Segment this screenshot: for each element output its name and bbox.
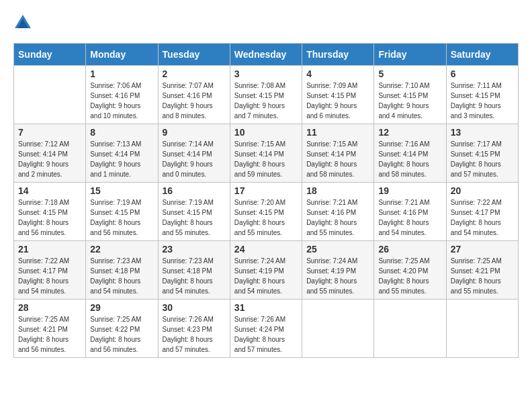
calendar-cell: 21Sunrise: 7:22 AMSunset: 4:17 PMDayligh… xyxy=(14,241,86,300)
day-info: Sunrise: 7:12 AMSunset: 4:14 PMDaylight:… xyxy=(18,139,81,179)
day-info: Sunrise: 7:10 AMSunset: 4:15 PMDaylight:… xyxy=(378,81,441,121)
day-number: 23 xyxy=(163,244,226,255)
page-header xyxy=(13,13,519,32)
day-info: Sunrise: 7:15 AMSunset: 4:14 PMDaylight:… xyxy=(306,139,369,179)
day-number: 20 xyxy=(451,185,514,196)
logo-icon xyxy=(13,13,32,32)
calendar-cell xyxy=(302,300,374,358)
day-number: 3 xyxy=(234,68,298,79)
calendar-cell: 10Sunrise: 7:15 AMSunset: 4:14 PMDayligh… xyxy=(230,124,302,183)
column-header-sunday: Sunday xyxy=(14,44,86,66)
day-number: 22 xyxy=(90,244,153,255)
day-info: Sunrise: 7:26 AMSunset: 4:23 PMDaylight:… xyxy=(163,314,226,355)
day-info: Sunrise: 7:06 AMSunset: 4:16 PMDaylight:… xyxy=(90,81,153,121)
calendar-week-row: 1Sunrise: 7:06 AMSunset: 4:16 PMDaylight… xyxy=(14,66,519,124)
day-info: Sunrise: 7:21 AMSunset: 4:16 PMDaylight:… xyxy=(378,197,441,238)
day-info: Sunrise: 7:23 AMSunset: 4:18 PMDaylight:… xyxy=(163,256,226,296)
day-number: 8 xyxy=(90,127,153,138)
day-info: Sunrise: 7:17 AMSunset: 4:15 PMDaylight:… xyxy=(451,139,514,179)
day-number: 31 xyxy=(234,302,298,313)
day-info: Sunrise: 7:25 AMSunset: 4:20 PMDaylight:… xyxy=(378,256,441,296)
calendar-cell: 24Sunrise: 7:24 AMSunset: 4:19 PMDayligh… xyxy=(230,241,302,300)
day-number: 15 xyxy=(90,185,153,196)
day-info: Sunrise: 7:18 AMSunset: 4:15 PMDaylight:… xyxy=(18,197,81,238)
calendar-header-row: SundayMondayTuesdayWednesdayThursdayFrid… xyxy=(14,44,519,66)
day-number: 5 xyxy=(378,68,441,79)
day-info: Sunrise: 7:24 AMSunset: 4:19 PMDaylight:… xyxy=(306,256,369,296)
day-number: 17 xyxy=(234,185,298,196)
calendar-cell: 29Sunrise: 7:25 AMSunset: 4:22 PMDayligh… xyxy=(86,300,158,358)
day-info: Sunrise: 7:08 AMSunset: 4:15 PMDaylight:… xyxy=(234,81,298,121)
calendar-cell: 2Sunrise: 7:07 AMSunset: 4:16 PMDaylight… xyxy=(158,66,230,124)
day-number: 19 xyxy=(378,185,441,196)
calendar-cell: 17Sunrise: 7:20 AMSunset: 4:15 PMDayligh… xyxy=(230,183,302,241)
day-info: Sunrise: 7:26 AMSunset: 4:24 PMDaylight:… xyxy=(234,314,298,355)
day-info: Sunrise: 7:25 AMSunset: 4:22 PMDaylight:… xyxy=(90,314,153,355)
calendar-week-row: 21Sunrise: 7:22 AMSunset: 4:17 PMDayligh… xyxy=(14,241,519,300)
day-number: 1 xyxy=(90,68,153,79)
calendar-cell: 23Sunrise: 7:23 AMSunset: 4:18 PMDayligh… xyxy=(158,241,230,300)
calendar-cell: 12Sunrise: 7:16 AMSunset: 4:14 PMDayligh… xyxy=(374,124,446,183)
column-header-tuesday: Tuesday xyxy=(158,44,230,66)
calendar-cell: 1Sunrise: 7:06 AMSunset: 4:16 PMDaylight… xyxy=(86,66,158,124)
day-info: Sunrise: 7:22 AMSunset: 4:17 PMDaylight:… xyxy=(451,197,514,238)
day-number: 9 xyxy=(163,127,226,138)
calendar-week-row: 14Sunrise: 7:18 AMSunset: 4:15 PMDayligh… xyxy=(14,183,519,241)
day-info: Sunrise: 7:19 AMSunset: 4:15 PMDaylight:… xyxy=(90,197,153,238)
calendar-cell: 9Sunrise: 7:14 AMSunset: 4:14 PMDaylight… xyxy=(158,124,230,183)
day-number: 16 xyxy=(163,185,226,196)
calendar-cell: 14Sunrise: 7:18 AMSunset: 4:15 PMDayligh… xyxy=(14,183,86,241)
calendar-week-row: 7Sunrise: 7:12 AMSunset: 4:14 PMDaylight… xyxy=(14,124,519,183)
day-number: 26 xyxy=(378,244,441,255)
calendar-cell: 8Sunrise: 7:13 AMSunset: 4:14 PMDaylight… xyxy=(86,124,158,183)
day-number: 10 xyxy=(234,127,298,138)
logo xyxy=(13,13,35,32)
calendar-cell: 16Sunrise: 7:19 AMSunset: 4:15 PMDayligh… xyxy=(158,183,230,241)
day-info: Sunrise: 7:24 AMSunset: 4:19 PMDaylight:… xyxy=(234,256,298,296)
day-info: Sunrise: 7:15 AMSunset: 4:14 PMDaylight:… xyxy=(234,139,298,179)
day-info: Sunrise: 7:09 AMSunset: 4:15 PMDaylight:… xyxy=(306,81,369,121)
calendar-week-row: 28Sunrise: 7:25 AMSunset: 4:21 PMDayligh… xyxy=(14,300,519,358)
day-info: Sunrise: 7:13 AMSunset: 4:14 PMDaylight:… xyxy=(90,139,153,179)
calendar-cell: 3Sunrise: 7:08 AMSunset: 4:15 PMDaylight… xyxy=(230,66,302,124)
calendar-cell xyxy=(374,300,446,358)
calendar-cell: 31Sunrise: 7:26 AMSunset: 4:24 PMDayligh… xyxy=(230,300,302,358)
calendar-cell: 25Sunrise: 7:24 AMSunset: 4:19 PMDayligh… xyxy=(302,241,374,300)
day-number: 13 xyxy=(451,127,514,138)
day-info: Sunrise: 7:11 AMSunset: 4:15 PMDaylight:… xyxy=(451,81,514,121)
day-number: 18 xyxy=(306,185,369,196)
day-number: 25 xyxy=(306,244,369,255)
day-info: Sunrise: 7:22 AMSunset: 4:17 PMDaylight:… xyxy=(18,256,81,296)
day-number: 29 xyxy=(90,302,153,313)
day-number: 30 xyxy=(163,302,226,313)
day-number: 28 xyxy=(18,302,81,313)
calendar-table: SundayMondayTuesdayWednesdayThursdayFrid… xyxy=(13,43,519,358)
day-info: Sunrise: 7:16 AMSunset: 4:14 PMDaylight:… xyxy=(378,139,441,179)
column-header-monday: Monday xyxy=(86,44,158,66)
calendar-cell: 7Sunrise: 7:12 AMSunset: 4:14 PMDaylight… xyxy=(14,124,86,183)
column-header-friday: Friday xyxy=(374,44,446,66)
day-number: 6 xyxy=(451,68,514,79)
day-number: 14 xyxy=(18,185,81,196)
day-number: 2 xyxy=(163,68,226,79)
day-info: Sunrise: 7:07 AMSunset: 4:16 PMDaylight:… xyxy=(163,81,226,121)
calendar-cell: 13Sunrise: 7:17 AMSunset: 4:15 PMDayligh… xyxy=(446,124,518,183)
calendar-cell: 26Sunrise: 7:25 AMSunset: 4:20 PMDayligh… xyxy=(374,241,446,300)
calendar-cell xyxy=(14,66,86,124)
day-number: 12 xyxy=(378,127,441,138)
calendar-cell: 20Sunrise: 7:22 AMSunset: 4:17 PMDayligh… xyxy=(446,183,518,241)
column-header-wednesday: Wednesday xyxy=(230,44,302,66)
day-info: Sunrise: 7:25 AMSunset: 4:21 PMDaylight:… xyxy=(451,256,514,296)
calendar-cell: 19Sunrise: 7:21 AMSunset: 4:16 PMDayligh… xyxy=(374,183,446,241)
day-info: Sunrise: 7:21 AMSunset: 4:16 PMDaylight:… xyxy=(306,197,369,238)
day-info: Sunrise: 7:23 AMSunset: 4:18 PMDaylight:… xyxy=(90,256,153,296)
day-number: 4 xyxy=(306,68,369,79)
day-number: 21 xyxy=(18,244,81,255)
calendar-cell: 5Sunrise: 7:10 AMSunset: 4:15 PMDaylight… xyxy=(374,66,446,124)
day-number: 11 xyxy=(306,127,369,138)
calendar-cell: 22Sunrise: 7:23 AMSunset: 4:18 PMDayligh… xyxy=(86,241,158,300)
day-number: 7 xyxy=(18,127,81,138)
column-header-thursday: Thursday xyxy=(302,44,374,66)
calendar-cell: 28Sunrise: 7:25 AMSunset: 4:21 PMDayligh… xyxy=(14,300,86,358)
column-header-saturday: Saturday xyxy=(446,44,518,66)
